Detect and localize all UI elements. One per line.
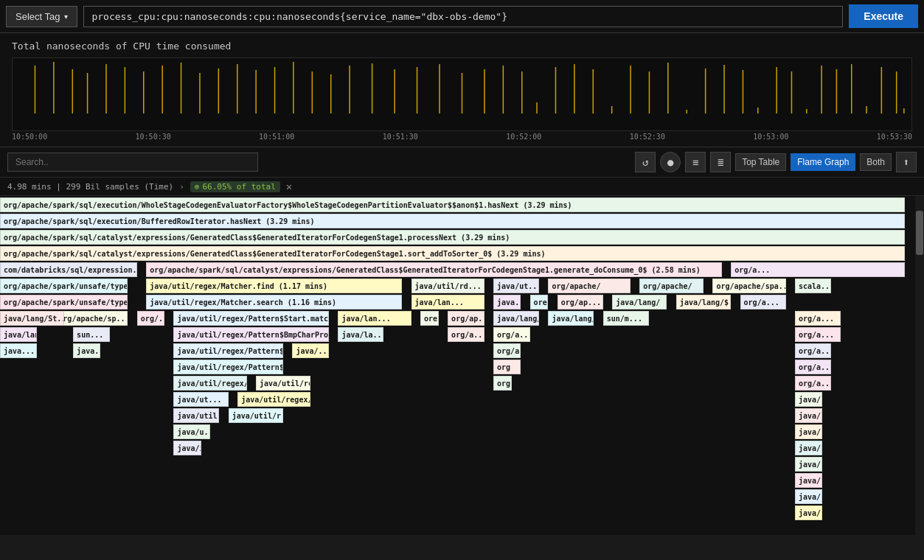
flamegraph-viewport[interactable]: org/apache/spark/sql/execution/WholeStag…	[0, 196, 924, 535]
flame-bar[interactable]: org/a...	[493, 343, 521, 358]
flame-bar[interactable]: org/apache/spark/sql/catalyst/expression…	[0, 230, 905, 245]
flame-bar[interactable]: java/lan...	[338, 311, 411, 326]
flame-bar[interactable]: org/apache/spark/unsafe/type...	[0, 295, 128, 309]
search-input[interactable]	[7, 153, 258, 172]
flame-bar[interactable]: org/apache/	[639, 279, 704, 293]
query-input[interactable]	[83, 6, 843, 27]
chart-label-6: 10:53:00	[753, 133, 788, 141]
flame-bar[interactable]: java/util/regex/Matcher.find (1.17 mins)	[146, 279, 402, 293]
flame-bar[interactable]: java/ut...	[493, 279, 539, 293]
top-table-tab[interactable]: Top Table	[735, 153, 786, 171]
flame-bar[interactable]: java/...	[795, 505, 822, 520]
flame-bar[interactable]: java/util/r...	[229, 408, 283, 423]
flame-bar[interactable]: java/lang/Str...	[0, 327, 37, 342]
flame-bar[interactable]: java/u...	[173, 424, 210, 439]
flame-bar[interactable]: java/lang/$	[676, 295, 731, 309]
info-bar: 4.98 mins | 299 Bil samples (Time) › ⊕ 6…	[0, 178, 924, 196]
side-scrollbar[interactable]	[915, 196, 924, 535]
flame-bar[interactable]: org/a...	[493, 327, 530, 342]
flame-bar[interactable]: java/util/rd...	[411, 279, 484, 293]
flame-bar[interactable]: java/util/regex/Matcher.search (1.16 min…	[146, 295, 402, 309]
export-button[interactable]: ⬆	[896, 152, 917, 172]
flame-bar[interactable]: org/apache/spark/unsafe/type...	[0, 279, 128, 293]
flame-bar[interactable]: java/util	[173, 408, 219, 423]
flame-bar[interactable]: java/lan...	[411, 295, 484, 309]
scrollbar-thumb[interactable]	[916, 211, 923, 255]
chart-labels: 10:50:00 10:50:30 10:51:00 10:51:30 10:5…	[12, 131, 912, 142]
flame-bar[interactable]: java/util/regex/Pattern$BmpCharPro...	[173, 327, 329, 342]
flame-bar[interactable]: org/apache/spark/sql/execution/BufferedR…	[0, 214, 905, 228]
flame-bar[interactable]: java/...	[795, 424, 822, 439]
flame-bar[interactable]: java/la...	[338, 327, 383, 342]
dot-button[interactable]: ●	[660, 152, 681, 172]
flame-bar[interactable]: ore...	[530, 295, 549, 309]
pct-value: 66.05% of total	[202, 182, 275, 192]
chart-container[interactable]	[12, 57, 912, 131]
flame-bar[interactable]: java...	[493, 295, 521, 309]
flame-bar[interactable]: org/a...	[731, 262, 904, 277]
flame-bar[interactable]: org/a...	[795, 327, 841, 342]
flame-bar[interactable]: org/a...	[795, 376, 832, 391]
flamegraph-inner: org/apache/spark/sql/execution/WholeStag…	[0, 196, 924, 535]
flame-bar[interactable]: sun/m...	[603, 311, 649, 326]
select-tag-button[interactable]: Select Tag	[6, 6, 77, 27]
chart-label-3: 10:51:30	[383, 133, 418, 141]
flame-bar[interactable]: ore	[420, 311, 439, 326]
flame-bar[interactable]: org/apache/	[548, 279, 631, 293]
flame-bar[interactable]: java/...	[795, 489, 822, 504]
flame-bar[interactable]: java/util/re...	[256, 376, 310, 391]
list-view-button[interactable]: ≡	[685, 152, 706, 172]
flame-bar[interactable]: org/a...	[448, 327, 484, 342]
flame-bar[interactable]: java/lang/	[493, 311, 539, 326]
flame-bar[interactable]: org/a...	[795, 311, 841, 326]
chart-label-0: 10:50:00	[12, 133, 47, 141]
flame-bar[interactable]: java/...	[795, 392, 822, 407]
flamegraph-section: ↺ ● ≡ ≣ Top Table Flame Graph Both ⬆ 4.9…	[0, 147, 924, 535]
pct-badge: ⊕ 66.05% of total	[190, 181, 280, 192]
flame-bar[interactable]: java/util/regex/Pattern$	[173, 376, 246, 391]
execute-button[interactable]: Execute	[849, 4, 918, 28]
flame-bar[interactable]: java...	[0, 343, 37, 358]
flame-bar[interactable]: java/util/regex/Pattern$Cu...	[173, 360, 283, 374]
flame-bar[interactable]: org/apache/spark/sql/catalyst/expression…	[146, 262, 722, 277]
flame-bar[interactable]: java/util/regex/Pattern$Gro...	[173, 343, 283, 358]
flame-bar[interactable]: java/...	[292, 343, 329, 358]
flamegraph-toolbar: ↺ ● ≡ ≣ Top Table Flame Graph Both ⬆	[0, 147, 924, 178]
chart-section: Total nanoseconds of CPU time consumed	[0, 33, 924, 147]
flame-bar[interactable]: sun...	[73, 327, 110, 342]
flame-bar[interactable]: org/...	[137, 311, 164, 326]
flame-bar[interactable]: java/...	[795, 408, 822, 423]
flame-graph-tab[interactable]: Flame Graph	[791, 153, 855, 171]
chart-label-7: 10:53:30	[877, 133, 912, 141]
top-bar: Select Tag Execute	[0, 0, 924, 33]
chart-label-4: 10:52:00	[506, 133, 541, 141]
flame-bar[interactable]: org/ap...	[557, 295, 603, 309]
flame-bar[interactable]: org/ap...	[448, 311, 484, 326]
flame-bar[interactable]: com/databricks/sql/expression...	[0, 262, 137, 277]
flame-bar[interactable]: org	[493, 376, 512, 391]
flame-bar[interactable]: org	[493, 360, 521, 374]
both-tab[interactable]: Both	[860, 153, 892, 171]
undo-button[interactable]: ↺	[635, 152, 656, 172]
flame-bar[interactable]: java/...	[795, 441, 822, 455]
flame-bar[interactable]: scala...	[795, 279, 832, 293]
flame-bar[interactable]: org/apache/spa...	[712, 279, 785, 293]
flame-bar[interactable]: org/apache/spark/sql/catalyst/expression…	[0, 246, 905, 261]
flame-bar[interactable]: java/...	[795, 473, 822, 488]
flame-bar[interactable]: org/a...	[795, 360, 832, 374]
close-button[interactable]: ✕	[286, 181, 292, 192]
flame-bar[interactable]: java...	[73, 343, 100, 358]
flame-bar[interactable]: java/util/regex/Pattern$	[237, 392, 310, 407]
flame-bar[interactable]: java/...	[795, 457, 822, 472]
flame-bar[interactable]: java/lang/St...	[0, 311, 64, 326]
flame-bar[interactable]: java/lang/	[548, 311, 594, 326]
flame-bar[interactable]: java/lang/	[612, 295, 667, 309]
flame-bar[interactable]: org/apache/sp...	[55, 311, 128, 326]
flame-bar[interactable]: java/util/regex/Pattern$Start.match	[173, 311, 329, 326]
flame-bar[interactable]: org/apache/spark/sql/execution/WholeStag…	[0, 197, 905, 212]
flame-bar[interactable]: org/a...	[740, 295, 786, 309]
flame-bar[interactable]: java/ut...	[173, 392, 228, 407]
flame-bar[interactable]: org/a...	[795, 343, 832, 358]
flame-bar[interactable]: java/i...	[173, 441, 201, 455]
flame-view-button[interactable]: ≣	[710, 152, 731, 172]
